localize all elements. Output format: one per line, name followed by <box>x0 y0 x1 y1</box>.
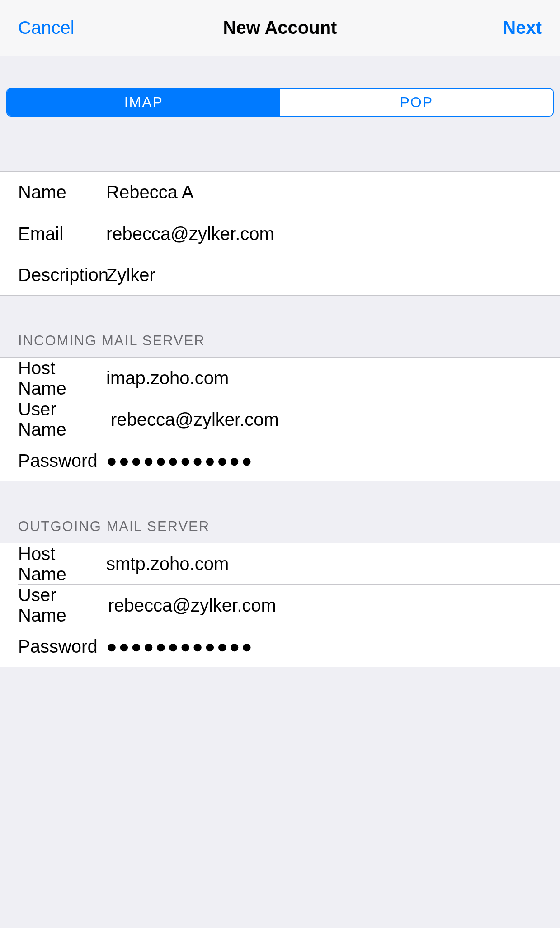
incoming-host-row: Host Name <box>0 358 560 399</box>
outgoing-user-input[interactable] <box>106 595 560 616</box>
segment-pop[interactable]: POP <box>280 89 553 116</box>
page-title: New Account <box>223 18 337 38</box>
segment-imap[interactable]: IMAP <box>7 89 280 116</box>
name-label: Name <box>18 182 106 203</box>
email-row: Email <box>18 213 560 254</box>
incoming-host-label: Host Name <box>18 358 106 399</box>
protocol-segmented-control: IMAP POP <box>6 88 554 117</box>
incoming-password-row: Password ●●●●●●●●●●●● <box>18 440 560 481</box>
protocol-segmented-wrapper: IMAP POP <box>0 88 560 128</box>
outgoing-host-row: Host Name <box>0 543 560 584</box>
outgoing-password-input[interactable]: ●●●●●●●●●●●● <box>106 637 560 655</box>
description-label: Description <box>18 265 106 285</box>
outgoing-host-input[interactable] <box>106 554 560 574</box>
name-input[interactable] <box>106 182 560 203</box>
incoming-password-label: Password <box>18 451 106 471</box>
spacer <box>0 667 560 928</box>
outgoing-server-header: OUTGOING MAIL SERVER <box>0 481 560 543</box>
outgoing-password-row: Password ●●●●●●●●●●●● <box>18 626 560 667</box>
incoming-server-header: INCOMING MAIL SERVER <box>0 296 560 357</box>
outgoing-host-label: Host Name <box>18 544 106 584</box>
incoming-user-row: User Name <box>18 399 560 440</box>
description-input[interactable] <box>106 265 560 285</box>
description-row: Description <box>18 254 560 295</box>
incoming-host-input[interactable] <box>106 368 560 388</box>
cancel-button[interactable]: Cancel <box>18 18 75 38</box>
outgoing-user-row: User Name <box>18 584 560 626</box>
email-label: Email <box>18 224 106 244</box>
outgoing-user-label: User Name <box>18 585 106 626</box>
incoming-password-input[interactable]: ●●●●●●●●●●●● <box>106 452 560 470</box>
outgoing-password-label: Password <box>18 636 106 657</box>
name-row: Name <box>0 172 560 213</box>
incoming-user-input[interactable] <box>106 410 560 430</box>
next-button[interactable]: Next <box>503 18 542 38</box>
spacer <box>0 56 560 88</box>
incoming-server-group: Host Name User Name Password ●●●●●●●●●●●… <box>0 357 560 481</box>
email-input[interactable] <box>106 224 560 244</box>
incoming-user-label: User Name <box>18 399 106 440</box>
navbar: Cancel New Account Next <box>0 0 560 56</box>
spacer <box>0 128 560 171</box>
outgoing-server-group: Host Name User Name Password ●●●●●●●●●●●… <box>0 543 560 667</box>
account-info-group: Name Email Description <box>0 171 560 296</box>
